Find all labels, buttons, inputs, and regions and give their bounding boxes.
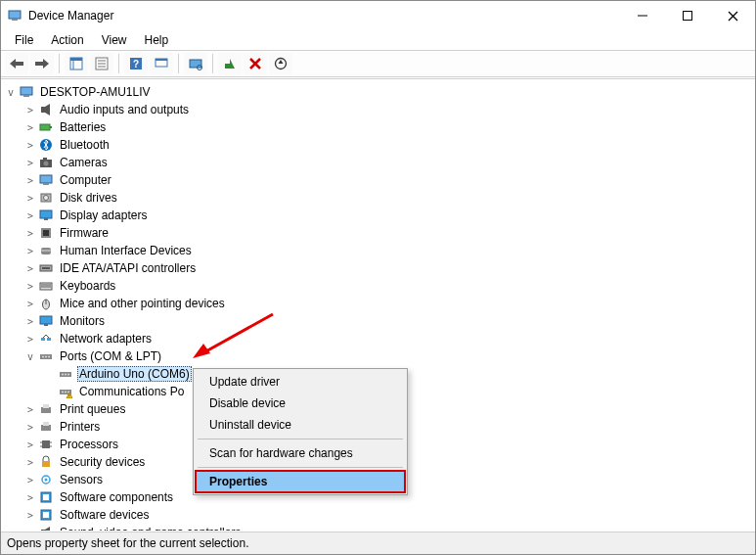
chevron-right-icon[interactable]: > [24,262,36,274]
svg-point-69 [65,392,67,393]
battery-icon [38,119,54,135]
toolbar-show-hide-button[interactable] [65,53,88,74]
chevron-right-icon[interactable]: > [24,491,36,503]
context-menu-update-driver[interactable]: Update driver [196,371,405,393]
maximize-button[interactable] [665,1,710,30]
toolbar-separator [118,54,119,73]
tree-item[interactable]: >Display adapters [21,207,755,224]
toolbar-forward-button[interactable] [30,53,54,74]
chevron-right-icon[interactable]: > [24,315,36,327]
tree-item[interactable]: >Monitors [21,312,755,330]
tree-item[interactable]: >Computer [21,171,755,189]
svg-rect-19 [190,60,201,68]
tree-item[interactable]: >Network adapters [21,330,755,347]
menu-file[interactable]: File [7,31,41,49]
tree-item[interactable]: >Human Interface Devices [21,242,755,259]
toolbar-properties-button[interactable] [90,53,113,74]
toolbar-uninstall-button[interactable] [244,53,267,74]
tree-item[interactable]: >Disk drives [21,189,755,207]
minimize-button[interactable] [620,1,665,30]
software-icon [38,489,54,505]
tree-item-label: Monitors [58,314,107,328]
chevron-right-icon[interactable]: > [24,209,36,221]
chevron-right-icon[interactable]: > [24,157,36,168]
tree-item[interactable]: >Bluetooth [21,136,755,154]
tree-item[interactable]: vPorts (COM & LPT) [21,347,755,365]
network-icon [38,331,54,347]
svg-rect-1 [12,19,18,21]
chevron-right-icon[interactable]: > [24,474,36,486]
svg-line-58 [46,335,49,338]
chevron-right-icon[interactable]: > [24,456,36,468]
svg-rect-30 [40,124,50,130]
toolbar-update-button[interactable] [269,53,292,74]
tree-item-label: Human Interface Devices [58,244,194,257]
context-menu-uninstall-device[interactable]: Uninstall device [196,414,405,436]
toolbar-help-button[interactable]: ? [124,53,148,74]
svg-rect-55 [41,338,45,341]
context-menu-properties[interactable]: Properties [196,471,405,492]
chevron-right-icon[interactable]: > [24,421,36,433]
chevron-right-icon[interactable]: > [24,192,36,204]
tree-item[interactable]: >Batteries [21,118,755,136]
tree-item[interactable]: >Cameras [21,154,755,171]
chevron-down-icon[interactable]: v [24,350,36,362]
svg-point-61 [45,356,47,358]
tree-item-label: Firmware [58,226,111,240]
chevron-right-icon[interactable]: > [24,298,36,309]
ide-icon [38,260,54,276]
chevron-right-icon[interactable]: > [24,403,36,415]
svg-marker-6 [10,59,23,69]
tree-item[interactable]: >Software devices [21,506,755,524]
chevron-right-icon[interactable]: > [24,121,36,133]
svg-marker-29 [45,104,50,116]
chevron-right-icon[interactable]: > [24,280,36,292]
tree-item-label: Print queues [58,402,127,416]
tree-item-label: Software components [58,490,175,504]
tree-item-label: Ports (COM & LPT) [58,349,163,363]
svg-rect-35 [43,158,47,160]
tree-item[interactable]: >IDE ATA/ATAPI controllers [21,259,755,277]
chevron-right-icon[interactable]: > [24,104,36,116]
close-button[interactable] [710,1,755,30]
tree-item-label: Software devices [58,508,151,522]
toolbar-scan-button[interactable] [184,53,207,74]
svg-rect-26 [21,87,32,95]
toolbar-actioncenter-button[interactable] [150,53,173,74]
toolbar-back-button[interactable] [5,53,28,74]
chevron-down-icon[interactable]: v [5,86,17,98]
svg-point-66 [67,374,69,376]
tree-root-row[interactable]: v DESKTOP-AMU1LIV [1,83,755,101]
svg-point-34 [44,162,49,166]
chevron-right-icon[interactable]: > [24,509,36,521]
svg-rect-31 [50,126,52,128]
menu-view[interactable]: View [94,31,135,49]
context-menu-disable-device[interactable]: Disable device [196,393,405,414]
tree-item[interactable]: >Sound, video and game controllers [21,524,755,531]
hid-icon [38,243,54,258]
tree-item[interactable]: >Audio inputs and outputs [21,101,755,118]
chevron-right-icon[interactable]: > [24,227,36,239]
tree-item-label: Batteries [58,120,108,134]
chevron-right-icon[interactable]: > [24,174,36,186]
chevron-right-icon[interactable]: > [24,527,36,531]
chevron-right-icon[interactable]: > [24,139,36,151]
context-menu-scan-hardware[interactable]: Scan for hardware changes [196,442,405,464]
toolbar-enable-button[interactable] [218,53,242,74]
context-menu-separator [198,439,403,439]
svg-point-62 [48,356,50,358]
menu-help[interactable]: Help [137,31,177,49]
tree-item-label: Mice and other pointing devices [58,297,227,310]
menu-action[interactable]: Action [43,31,91,49]
svg-point-65 [65,374,67,376]
chevron-right-icon[interactable]: > [24,245,36,256]
chevron-right-icon[interactable]: > [24,333,36,345]
toolbar-separator [212,54,213,73]
window-controls [620,1,755,30]
ports-icon [38,348,54,364]
tree-item[interactable]: >Firmware [21,224,755,242]
svg-rect-76 [43,422,49,426]
tree-item[interactable]: >Keyboards [21,277,755,295]
tree-item[interactable]: >Mice and other pointing devices [21,295,755,312]
chevron-right-icon[interactable]: > [24,439,36,450]
